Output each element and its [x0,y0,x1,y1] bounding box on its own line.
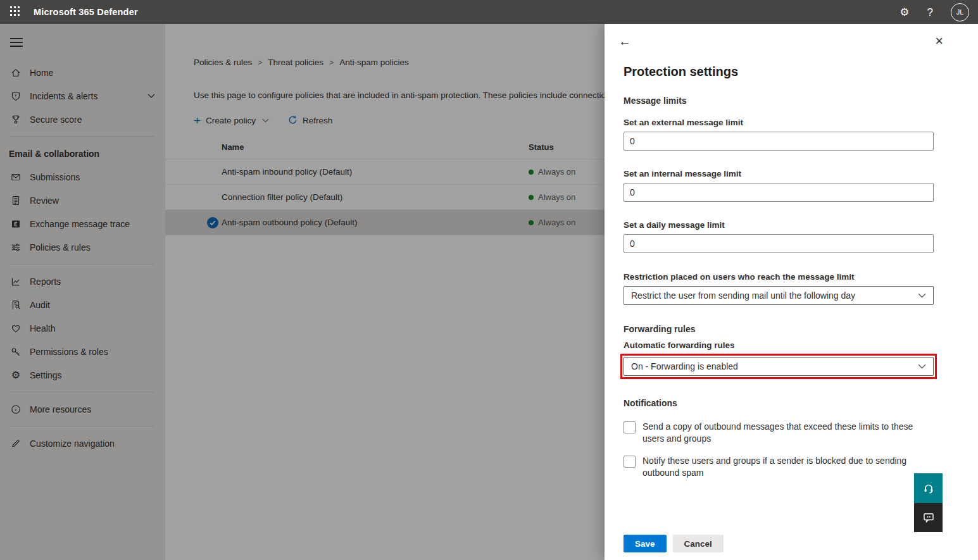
external-limit-input[interactable] [624,132,934,151]
section-message-limits: Message limits [624,96,934,106]
cancel-button[interactable]: Cancel [673,535,724,552]
send-copy-checkbox[interactable] [624,421,636,433]
app-title: Microsoft 365 Defender [34,7,138,17]
daily-limit-label: Set a daily message limit [624,220,934,230]
restriction-dropdown-value: Restrict the user from sending mail unti… [631,290,855,301]
highlight-annotation-box: On - Forwarding is enabled [620,354,937,379]
send-copy-checkbox-row[interactable]: Send a copy of outbound messages that ex… [624,421,934,445]
floating-help-buttons [914,473,943,532]
feedback-button[interactable] [914,503,943,532]
auto-forwarding-dropdown-value: On - Forwarding is enabled [631,361,738,371]
external-limit-label: Set an external message limit [624,118,934,127]
panel-title: Protection settings [624,65,934,79]
daily-limit-input[interactable] [624,234,934,253]
avatar-initials: JL [956,8,964,16]
app-launcher-icon[interactable] [10,6,22,18]
panel-footer: Save Cancel [624,535,724,552]
section-forwarding-rules: Forwarding rules [624,324,934,334]
notify-users-checkbox[interactable] [624,456,636,468]
support-button[interactable] [914,473,943,503]
feedback-chat-icon [922,511,935,524]
top-app-bar: Microsoft 365 Defender ⚙ ? JL [0,0,978,24]
internal-limit-input[interactable] [624,183,934,202]
headset-icon [922,482,935,495]
notify-users-checkbox-label: Notify these users and groups if a sende… [643,455,934,479]
modal-dim-overlay [0,24,605,560]
restriction-dropdown[interactable]: Restrict the user from sending mail unti… [624,286,934,305]
chevron-down-icon [918,364,926,369]
internal-limit-label: Set an internal message limit [624,169,934,178]
send-copy-checkbox-label: Send a copy of outbound messages that ex… [643,421,934,445]
help-icon[interactable]: ? [927,7,933,18]
protection-settings-flyout: ← × Protection settings Message limits S… [605,24,978,560]
back-arrow-icon[interactable]: ← [618,35,631,47]
avatar[interactable]: JL [951,3,969,22]
save-button[interactable]: Save [624,535,667,552]
chevron-down-icon [918,293,926,298]
auto-forwarding-label: Automatic forwarding rules [624,340,934,350]
settings-gear-icon[interactable]: ⚙ [900,7,909,18]
restriction-label: Restriction placed on users who reach th… [624,272,934,282]
close-icon[interactable]: × [935,34,943,48]
section-notifications: Notifications [624,398,934,408]
auto-forwarding-dropdown[interactable]: On - Forwarding is enabled [624,357,934,376]
notify-users-checkbox-row[interactable]: Notify these users and groups if a sende… [624,455,934,479]
